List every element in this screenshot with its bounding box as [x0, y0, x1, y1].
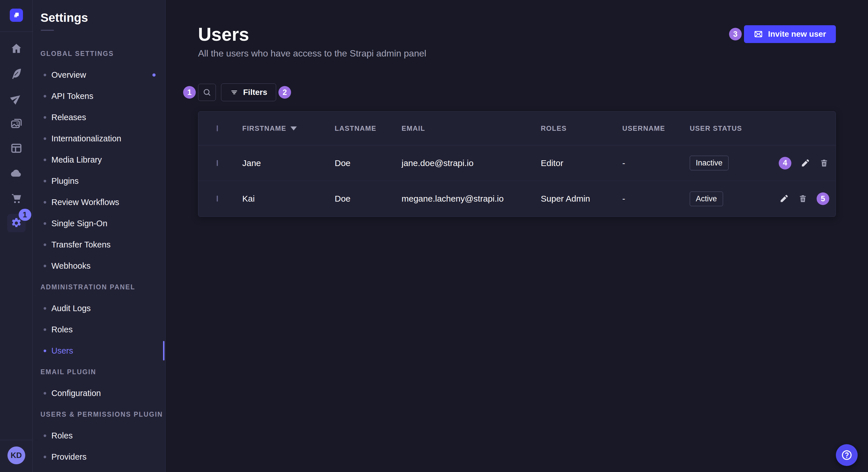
sidebar-item-releases[interactable]: Releases	[33, 107, 165, 128]
table-body: JaneDoejane.doe@strapi.ioEditor-Inactive…	[198, 145, 836, 216]
users-table: FIRSTNAME LASTNAME EMAIL ROLES USERNAME …	[198, 111, 836, 217]
subnav-title: Settings	[40, 11, 165, 25]
select-all-checkbox[interactable]	[217, 125, 218, 131]
sidebar-item-users[interactable]: Users	[33, 340, 165, 361]
cell-roles: Super Admin	[541, 194, 622, 204]
paper-plane-icon[interactable]	[7, 89, 26, 107]
notification-dot-icon	[152, 73, 156, 76]
sidebar-item-api-tokens[interactable]: API Tokens	[33, 86, 165, 107]
marketplace-cart-icon[interactable]	[7, 189, 26, 207]
delete-user-button[interactable]	[798, 194, 808, 204]
sidebar-item-providers[interactable]: Providers	[33, 446, 165, 467]
annotation-badge-2: 2	[278, 86, 291, 99]
search-icon	[203, 88, 212, 97]
bullet-icon	[43, 328, 46, 331]
cell-firstname: Jane	[242, 158, 335, 168]
sidebar-item-transfer-tokens[interactable]: Transfer Tokens	[33, 234, 165, 255]
main-content: Users All the users who have access to t…	[166, 0, 868, 472]
edit-user-button[interactable]	[779, 194, 789, 204]
sidebar-item-roles[interactable]: Roles	[33, 319, 165, 340]
cell-firstname: Kai	[242, 194, 335, 204]
column-header-user-status[interactable]: USER STATUS	[690, 125, 779, 133]
delete-trash-icon	[819, 158, 829, 168]
envelope-icon	[754, 30, 763, 39]
annotation-badge-1: 1	[183, 86, 196, 99]
column-header-email[interactable]: EMAIL	[402, 125, 541, 133]
column-header-roles[interactable]: ROLES	[541, 125, 622, 133]
nav-section-label: USERS & PERMISSIONS PLUGIN	[33, 404, 165, 425]
bullet-icon	[43, 137, 46, 140]
bullet-icon	[43, 392, 46, 395]
annotation-badge-3: 3	[729, 28, 742, 40]
column-header-username[interactable]: USERNAME	[622, 125, 690, 133]
sidebar-item-single-sign-on[interactable]: Single Sign-On	[33, 213, 165, 234]
subnav-title-underline	[41, 30, 54, 31]
cell-roles: Editor	[541, 158, 622, 168]
bullet-icon	[43, 349, 46, 352]
user-status-badge: Active	[690, 192, 723, 206]
nav-section-label: EMAIL PLUGIN	[33, 361, 165, 382]
rail-divider	[0, 32, 33, 32]
bullet-icon	[43, 456, 46, 458]
help-button[interactable]	[836, 444, 858, 466]
cell-username: -	[622, 194, 690, 204]
table-row[interactable]: KaiDoemegane.lacheny@strapi.ioSuper Admi…	[198, 181, 836, 216]
row-checkbox[interactable]	[217, 160, 218, 166]
sidebar-item-internationalization[interactable]: Internationalization	[33, 128, 165, 149]
strapi-logo[interactable]	[10, 9, 23, 22]
page-header: Users All the users who have access to t…	[198, 25, 836, 59]
bullet-icon	[43, 201, 46, 204]
edit-pencil-icon	[779, 194, 789, 204]
user-avatar[interactable]: KD	[7, 446, 25, 464]
cell-email: jane.doe@strapi.io	[402, 158, 541, 168]
user-status-badge: Inactive	[690, 156, 728, 170]
bullet-icon	[43, 434, 46, 437]
settings-subnav: Settings GLOBAL SETTINGSOverviewAPI Toke…	[33, 0, 166, 472]
annotation-badge-5: 5	[817, 193, 829, 205]
home-icon[interactable]	[7, 39, 26, 58]
delete-user-button[interactable]	[819, 158, 829, 168]
cell-email: megane.lacheny@strapi.io	[402, 194, 541, 204]
delete-trash-icon	[798, 194, 808, 204]
row-checkbox[interactable]	[217, 196, 218, 202]
table-row[interactable]: JaneDoejane.doe@strapi.ioEditor-Inactive…	[198, 145, 836, 181]
subnav-sections: GLOBAL SETTINGSOverviewAPI TokensRelease…	[33, 43, 165, 467]
sidebar-item-plugins[interactable]: Plugins	[33, 170, 165, 192]
icon-rail: 1 KD	[0, 0, 33, 472]
sidebar-item-media-library[interactable]: Media Library	[33, 149, 165, 170]
bullet-icon	[43, 95, 46, 98]
content-manager-layout-icon[interactable]	[7, 139, 26, 158]
column-header-firstname[interactable]: FIRSTNAME	[242, 125, 335, 133]
toolbar: 1 Filters 2	[198, 83, 836, 101]
sort-desc-icon	[290, 127, 297, 131]
sidebar-item-configuration[interactable]: Configuration	[33, 382, 165, 404]
bullet-icon	[43, 180, 46, 182]
edit-user-button[interactable]	[800, 158, 810, 168]
nav-section-label: GLOBAL SETTINGS	[33, 43, 165, 64]
column-header-lastname[interactable]: LASTNAME	[335, 125, 402, 133]
sidebar-item-review-workflows[interactable]: Review Workflows	[33, 192, 165, 213]
settings-gear-icon[interactable]: 1	[7, 214, 26, 232]
bullet-icon	[43, 307, 46, 310]
question-mark-icon	[841, 449, 853, 461]
cloud-icon[interactable]	[7, 164, 26, 182]
page-subtitle: All the users who have access to the Str…	[198, 48, 426, 59]
bullet-icon	[43, 74, 46, 76]
media-library-icon[interactable]	[7, 114, 26, 133]
content-type-builder-feather-icon[interactable]	[7, 64, 26, 82]
bullet-icon	[43, 243, 46, 246]
cell-lastname: Doe	[335, 158, 402, 168]
sidebar-item-webhooks[interactable]: Webhooks	[33, 255, 165, 276]
filter-icon	[230, 88, 239, 97]
search-button[interactable]	[198, 84, 216, 101]
bullet-icon	[43, 159, 46, 161]
annotation-badge-4: 4	[779, 157, 792, 169]
sidebar-item-overview[interactable]: Overview	[33, 64, 165, 86]
sidebar-item-roles[interactable]: Roles	[33, 425, 165, 446]
sidebar-item-audit-logs[interactable]: Audit Logs	[33, 298, 165, 319]
invite-new-user-button[interactable]: Invite new user	[744, 25, 836, 43]
filters-button[interactable]: Filters	[221, 83, 276, 101]
bullet-icon	[43, 265, 46, 267]
bullet-icon	[43, 222, 46, 225]
bullet-icon	[43, 116, 46, 119]
